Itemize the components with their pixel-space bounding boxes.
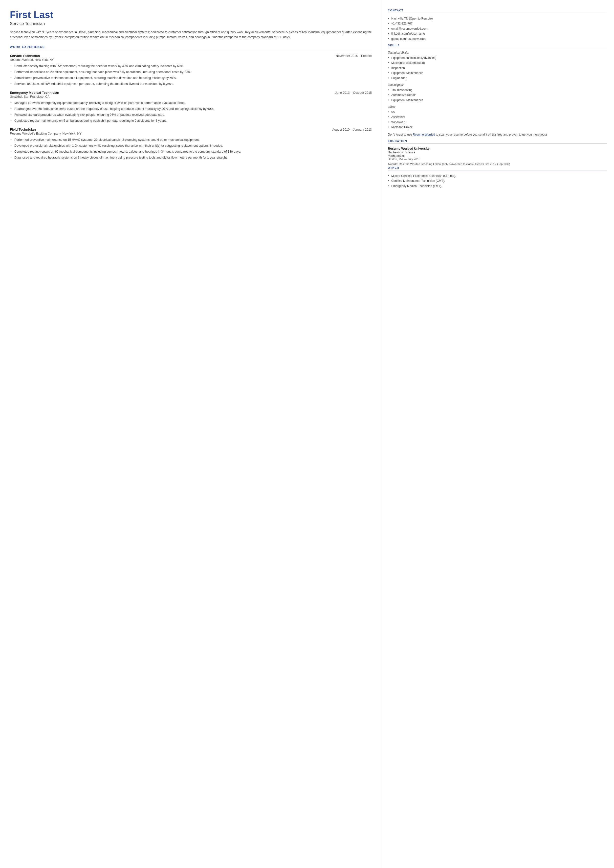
promo-after: to scan your resume before you send it o… xyxy=(435,133,547,136)
tools-list: 5S Assembler Windows 10 Microsoft Projec… xyxy=(388,110,607,130)
techniques-label: Techniques: xyxy=(388,83,607,87)
list-item: Windows 10 xyxy=(388,120,607,124)
job-3-dates: August 2010 – January 2013 xyxy=(332,128,372,131)
list-item: Managed Growthsi emergency equipment ade… xyxy=(10,100,372,105)
list-item: Emergency Medical Technician (EMT). xyxy=(388,184,607,188)
edu-awards: Awards: Resume Worded Teaching Fellow (o… xyxy=(388,162,607,166)
contact-section: CONTACT Nashville,TN (Open to Remote) +1… xyxy=(388,9,607,41)
skills-section: SKILLS Technical Skills: Equipment Insta… xyxy=(388,44,607,137)
job-2-header: Emergency Medical Technician June 2013 –… xyxy=(10,91,372,95)
list-item: 5S xyxy=(388,110,607,115)
job-2-title: Emergency Medical Technician xyxy=(10,91,59,95)
job-3-bullets: Performed preventive maintenance on 15 H… xyxy=(10,137,372,160)
edu-degree: Bachelor of Science xyxy=(388,151,607,154)
techniques-list: Troubleshooting Automotive Repair Equipm… xyxy=(388,87,607,103)
job-3-header: Field Technician August 2010 – January 2… xyxy=(10,128,372,131)
header-section: First Last Service Technician Service te… xyxy=(10,10,372,40)
job-1-bullets: Conducted safety training with RW person… xyxy=(10,64,372,86)
promo-before: Don't forget to use xyxy=(388,133,413,136)
list-item: Diagnosed and repaired hydraulic systems… xyxy=(10,155,372,160)
other-list: Master Certified Electronics Technician … xyxy=(388,173,607,188)
other-title: OTHER xyxy=(388,166,607,170)
tools-label: Tools: xyxy=(388,105,607,109)
list-item: Conducted safety training with RW person… xyxy=(10,64,372,68)
list-item: Troubleshooting xyxy=(388,87,607,93)
job-1-company: Resume Worded, New York, NY xyxy=(10,58,372,62)
job-1-header: Service Technician November 2015 – Prese… xyxy=(10,54,372,58)
list-item: Performed preventive maintenance on 15 H… xyxy=(10,137,372,142)
list-item: +1-432-222-767 xyxy=(388,21,607,26)
work-experience-title: WORK EXPERIENCE xyxy=(10,45,372,50)
list-item: Equipment Maintenance xyxy=(388,98,607,103)
list-item: Performed inspections on 29 office equip… xyxy=(10,70,372,75)
list-item: email@resumeworded.com xyxy=(388,26,607,31)
list-item: github.com/resumeworded xyxy=(388,36,607,41)
promo-link[interactable]: Resume Worded xyxy=(413,133,435,136)
list-item: Mechanics (Experienced) xyxy=(388,61,607,65)
main-column: First Last Service Technician Service te… xyxy=(0,0,381,868)
sidebar-column: CONTACT Nashville,TN (Open to Remote) +1… xyxy=(381,0,614,868)
summary-text: Service technician with 9+ years of expe… xyxy=(10,30,372,40)
list-item: Conducted regular maintenance on 5 ambul… xyxy=(10,118,372,123)
job-2: Emergency Medical Technician June 2013 –… xyxy=(10,91,372,123)
list-item: Nashville,TN (Open to Remote) xyxy=(388,16,607,21)
contact-title: CONTACT xyxy=(388,9,607,13)
list-item: linkedin.com/in/username xyxy=(388,31,607,36)
list-item: Equipment Installation (Advanced) xyxy=(388,55,607,61)
candidate-job-title: Service Technician xyxy=(10,21,372,26)
skills-title: SKILLS xyxy=(388,44,607,48)
job-2-bullets: Managed Growthsi emergency equipment ade… xyxy=(10,100,372,123)
list-item: Rearranged over 60 ambulance items based… xyxy=(10,106,372,111)
list-item: Completed routine repairs on 90 mechanic… xyxy=(10,149,372,154)
contact-list: Nashville,TN (Open to Remote) +1-432-222… xyxy=(388,16,607,41)
promo-text: Don't forget to use Resume Worded to sca… xyxy=(388,132,607,137)
job-1-dates: November 2015 – Present xyxy=(336,54,372,58)
job-3: Field Technician August 2010 – January 2… xyxy=(10,128,372,160)
list-item: Certified Maintenance Technician (CMT). xyxy=(388,178,607,183)
job-3-title: Field Technician xyxy=(10,128,36,131)
technical-skills-label: Technical Skills: xyxy=(388,51,607,54)
list-item: Inspection xyxy=(388,65,607,70)
edu-school: Resume Worded University xyxy=(388,147,607,150)
list-item: Followed standard procedures when evalua… xyxy=(10,112,372,117)
list-item: Microsoft Project xyxy=(388,124,607,130)
job-3-company: Resume Worded's Exciting Company, New Yo… xyxy=(10,132,372,135)
list-item: Developed professional relationships wit… xyxy=(10,143,372,148)
list-item: Equipment Maintenance xyxy=(388,70,607,75)
job-2-company: Growthsi, San Francisco, CA xyxy=(10,95,372,98)
edu-field: Mathematics xyxy=(388,154,607,157)
list-item: Engineering xyxy=(388,76,607,81)
education-section: EDUCATION Resume Worded University Bache… xyxy=(388,140,607,166)
other-section: OTHER Master Certified Electronics Techn… xyxy=(388,166,607,188)
technical-skills-list: Equipment Installation (Advanced) Mechan… xyxy=(388,55,607,81)
job-1: Service Technician November 2015 – Prese… xyxy=(10,54,372,86)
list-item: Automotive Repair xyxy=(388,93,607,98)
list-item: Master Certified Electronics Technician … xyxy=(388,173,607,178)
job-1-title: Service Technician xyxy=(10,54,40,58)
work-experience-section: WORK EXPERIENCE Service Technician Novem… xyxy=(10,45,372,160)
candidate-name: First Last xyxy=(10,10,372,20)
education-title: EDUCATION xyxy=(388,140,607,144)
edu-location: Boston, MA — July 2010 xyxy=(388,157,607,161)
list-item: Assembler xyxy=(388,115,607,120)
list-item: Administered preventative maintenance on… xyxy=(10,75,372,80)
list-item: Serviced 85 pieces of RW industrial equi… xyxy=(10,81,372,86)
job-2-dates: June 2013 – October 2015 xyxy=(335,91,372,95)
